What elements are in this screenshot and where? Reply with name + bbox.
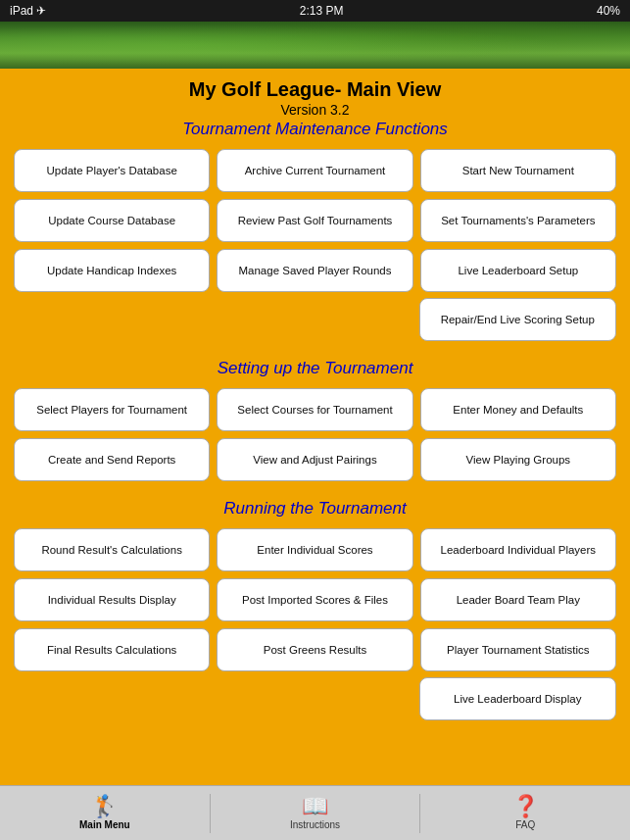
btn-player-tournament-stats[interactable]: Player Tournament Statistics xyxy=(420,628,616,671)
app-version: Version 3.2 xyxy=(14,102,616,118)
btn-manage-saved-rounds[interactable]: Manage Saved Player Rounds xyxy=(217,249,412,292)
btn-leader-board-team-play[interactable]: Leader Board Team Play xyxy=(420,578,616,621)
tab-instructions-icon: 📖 xyxy=(302,796,328,817)
main-content: My Golf League- Main View Version 3.2 To… xyxy=(0,69,630,785)
btn-select-courses[interactable]: Select Courses for Tournament xyxy=(217,388,412,431)
btn-live-leaderboard-display[interactable]: Live Leaderboard Display xyxy=(419,677,616,720)
btn-leaderboard-individual[interactable]: Leaderboard Individual Players xyxy=(420,528,616,571)
tab-bar: 🏌 Main Menu 📖 Instructions ❓ FAQ xyxy=(0,785,630,840)
section-title-maintenance: Tournament Maintenance Functions xyxy=(14,120,616,139)
btn-select-players[interactable]: Select Players for Tournament xyxy=(14,388,210,431)
btn-view-playing-groups[interactable]: View Playing Groups xyxy=(420,438,616,481)
btn-repair-end-live-scoring[interactable]: Repair/End Live Scoring Setup xyxy=(419,298,616,341)
btn-start-new-tournament[interactable]: Start New Tournament xyxy=(420,149,616,192)
btn-create-send-reports[interactable]: Create and Send Reports xyxy=(14,438,210,481)
live-display-btn-row: Live Leaderboard Display xyxy=(14,677,616,720)
btn-enter-individual-scores[interactable]: Enter Individual Scores xyxy=(217,528,412,571)
btn-enter-money-defaults[interactable]: Enter Money and Defaults xyxy=(420,388,616,431)
tab-instructions-label: Instructions xyxy=(290,819,340,830)
section-title-setup: Setting up the Tournament xyxy=(14,359,616,378)
btn-post-greens-results[interactable]: Post Greens Results xyxy=(217,628,412,671)
section-title-running: Running the Tournament xyxy=(14,499,616,519)
btn-update-handicap-indexes[interactable]: Update Handicap Indexes xyxy=(14,249,210,292)
btn-set-parameters[interactable]: Set Tournaments's Parameters xyxy=(420,199,616,242)
btn-update-players-database[interactable]: Update Player's Database xyxy=(14,149,210,192)
btn-final-results-calc[interactable]: Final Results Calculations xyxy=(14,628,210,671)
repair-btn-row: Repair/End Live Scoring Setup xyxy=(14,298,616,341)
setup-btn-grid: Select Players for Tournament Select Cou… xyxy=(14,388,616,481)
status-time: 2:13 PM xyxy=(300,4,344,18)
status-bar-right: 40% xyxy=(597,4,620,18)
status-battery: 40% xyxy=(597,4,620,18)
btn-update-course-database[interactable]: Update Course Database xyxy=(14,199,210,242)
btn-round-results-calc[interactable]: Round Result's Calculations xyxy=(14,528,210,571)
status-device: iPad ✈ xyxy=(10,4,46,18)
maintenance-btn-grid: Update Player's Database Archive Current… xyxy=(14,149,616,292)
btn-archive-tournament[interactable]: Archive Current Tournament xyxy=(217,149,412,192)
tab-main-menu[interactable]: 🏌 Main Menu xyxy=(0,796,210,830)
header-banner xyxy=(0,22,630,69)
tab-main-menu-label: Main Menu xyxy=(79,819,130,830)
tab-faq-label: FAQ xyxy=(515,819,535,830)
btn-live-leaderboard-setup[interactable]: Live Leaderboard Setup xyxy=(420,249,616,292)
status-bar-left: iPad ✈ xyxy=(10,4,46,18)
app-title: My Golf League- Main View xyxy=(14,78,616,101)
tab-faq-icon: ❓ xyxy=(512,796,539,817)
btn-view-adjust-pairings[interactable]: View and Adjust Pairings xyxy=(217,438,412,481)
btn-review-past-tournaments[interactable]: Review Past Golf Tournaments xyxy=(217,199,412,242)
btn-post-imported-scores[interactable]: Post Imported Scores & Files xyxy=(217,578,412,621)
tab-faq[interactable]: ❓ FAQ xyxy=(420,796,630,830)
status-bar: iPad ✈ 2:13 PM 40% xyxy=(0,0,630,22)
btn-individual-results-display[interactable]: Individual Results Display xyxy=(14,578,210,621)
running-btn-grid: Round Result's Calculations Enter Indivi… xyxy=(14,528,616,671)
tab-main-menu-icon: 🏌 xyxy=(91,796,118,817)
tab-instructions[interactable]: 📖 Instructions xyxy=(211,796,420,830)
